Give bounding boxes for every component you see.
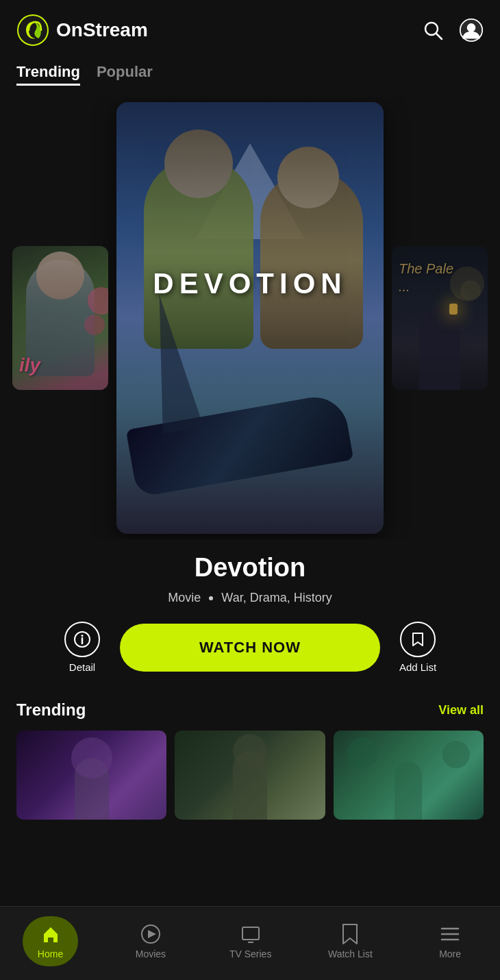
devotion-figure-right <box>260 171 363 349</box>
carousel-track: ily <box>0 97 500 539</box>
nav-home-label: Home <box>38 948 63 959</box>
trending-card-1[interactable] <box>16 731 166 820</box>
card-3-figure <box>395 761 422 820</box>
movies-icon <box>140 923 162 945</box>
tvseries-icon <box>240 923 262 945</box>
search-button[interactable] <box>421 18 445 42</box>
logo: OnStream <box>16 14 148 47</box>
nav-more[interactable]: More <box>423 923 477 959</box>
featured-movie-info: Devotion Movie War, Drama, History <box>0 553 500 605</box>
nav-home-bg: Home <box>23 916 78 966</box>
svg-point-4 <box>467 23 476 32</box>
watchlist-icon <box>339 923 361 945</box>
more-icon <box>439 923 461 945</box>
nav-movies[interactable]: Movies <box>123 923 178 959</box>
app-header: OnStream <box>0 0 500 58</box>
trending-section: Trending View all <box>0 700 500 820</box>
emily-title-text: ily <box>19 354 40 376</box>
carousel-item-devotion[interactable]: DEVOTION <box>116 102 384 534</box>
pale-figure <box>419 308 460 390</box>
trending-grid <box>16 731 484 820</box>
svg-point-7 <box>82 635 84 637</box>
nav-tvseries-label: TV Series <box>229 948 271 959</box>
add-list-label: Add List <box>399 661 436 673</box>
trending-title: Trending <box>16 700 86 720</box>
meta-separator <box>209 596 213 600</box>
svg-rect-10 <box>242 927 259 940</box>
movie-type: Movie <box>168 591 201 605</box>
nav-tvseries[interactable]: TV Series <box>223 923 278 959</box>
svg-marker-9 <box>148 930 156 938</box>
detail-icon-circle <box>64 622 100 657</box>
tab-trending[interactable]: Trending <box>16 63 80 86</box>
svg-line-2 <box>436 34 442 39</box>
pale-lantern <box>449 304 458 315</box>
carousel-item-pale[interactable]: The Pale... <box>392 246 488 390</box>
svg-point-0 <box>18 15 48 45</box>
detail-button[interactable]: Detail <box>58 622 106 673</box>
trending-card-3[interactable] <box>334 731 484 820</box>
content-tabs: Trending Popular <box>0 58 500 97</box>
nav-movies-label: Movies <box>136 948 166 959</box>
movie-title: Devotion <box>16 553 484 583</box>
nav-watchlist[interactable]: Watch List <box>323 923 377 959</box>
carousel-item-emily[interactable]: ily <box>12 246 108 390</box>
profile-button[interactable] <box>459 18 484 42</box>
add-list-button[interactable]: Add List <box>394 622 442 673</box>
movie-meta: Movie War, Drama, History <box>16 591 484 605</box>
view-all-button[interactable]: View all <box>438 703 484 718</box>
add-list-icon-circle <box>400 622 436 657</box>
nav-home[interactable]: Home <box>23 916 78 966</box>
nav-watchlist-label: Watch List <box>328 948 373 959</box>
nav-more-label: More <box>439 948 461 959</box>
trending-header: Trending View all <box>16 700 484 720</box>
home-icon <box>40 923 62 945</box>
watch-now-button[interactable]: WATCH NOW <box>120 624 380 672</box>
trending-card-2[interactable] <box>175 731 325 820</box>
bottom-navigation: Home Movies TV Series Watch <box>0 906 500 980</box>
app-name: OnStream <box>56 19 148 41</box>
detail-label: Detail <box>69 661 95 673</box>
devotion-poster-title: DEVOTION <box>153 267 347 300</box>
movie-actions: Detail WATCH NOW Add List <box>0 622 500 673</box>
header-actions <box>421 18 484 42</box>
featured-carousel: ily <box>0 97 500 539</box>
movie-genres: War, Drama, History <box>221 591 332 605</box>
tab-popular[interactable]: Popular <box>97 63 153 86</box>
app-logo-icon <box>16 14 49 47</box>
pale-title-text: The Pale... <box>399 260 453 295</box>
